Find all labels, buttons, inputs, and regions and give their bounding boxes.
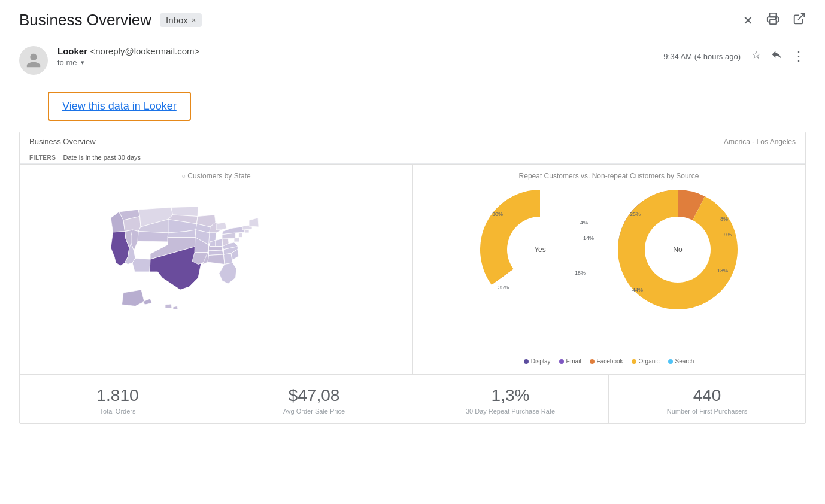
donut2-pct-email: 9% (724, 232, 732, 238)
donut-wrapper: Yes 30% 4% 14% 18% 35% (423, 185, 795, 352)
donut2: No 25% 8% 9% 13% 44% (618, 190, 738, 309)
legend-email-label: Email (566, 358, 581, 365)
donut1-pct-display: 4% (580, 220, 588, 226)
donut1-pct-email: 14% (583, 235, 594, 241)
donut-chart-title: Repeat Customers vs. Non-repeat Customer… (423, 172, 795, 180)
email-timestamp: 9:34 AM (4 hours ago) (663, 52, 741, 61)
stat-avg-order-label: Avg Order Sale Price (223, 408, 405, 415)
legend-email: Email (559, 358, 581, 365)
us-map-svg (66, 185, 366, 365)
svg-rect-0 (770, 13, 777, 17)
stats-grid: 1.810 Total Orders $47,08 Avg Order Sale… (20, 375, 805, 423)
legend-search-dot (668, 359, 673, 364)
stat-total-orders-value: 1.810 (27, 386, 208, 405)
stat-avg-order: $47,08 Avg Order Sale Price (216, 375, 412, 423)
stat-total-orders: 1.810 Total Orders (20, 375, 216, 423)
stat-repeat-rate-value: 1,3% (420, 386, 601, 405)
to-me-row[interactable]: to me ▾ (57, 58, 654, 67)
us-map-wrapper (30, 185, 402, 365)
more-options-icon[interactable]: ⋮ (792, 48, 806, 64)
stat-first-purchasers-label: Number of First Purchasers (616, 408, 798, 415)
sender-info: Looker <noreply@lookermail.com> to me ▾ (57, 46, 654, 67)
legend-organic: Organic (632, 358, 660, 365)
collapse-icon[interactable]: ✕ (743, 13, 753, 28)
email-subject-title: Business Overview (19, 11, 151, 29)
legend-display: Display (524, 358, 551, 365)
filters-label: FILTERS (29, 154, 56, 161)
legend-facebook: Facebook (590, 358, 623, 365)
legend-search: Search (668, 358, 694, 365)
legend-facebook-dot (590, 359, 595, 364)
dashboard-location: America - Los Angeles (724, 138, 796, 146)
donut2-pct-facebook: 13% (717, 268, 728, 274)
sender-name: Looker (57, 46, 87, 56)
stat-repeat-rate: 1,3% 30 Day Repeat Purchase Rate (412, 375, 609, 423)
filters-row: FILTERS Date is in the past 30 days (20, 151, 805, 164)
sender-name-line: Looker <noreply@lookermail.com> (57, 46, 654, 57)
donut2-center: No (673, 245, 682, 254)
sender-email: <noreply@lookermail.com> (90, 46, 199, 56)
view-looker-link[interactable]: View this data in Looker (48, 92, 191, 121)
reply-icon[interactable] (771, 48, 782, 64)
donut2-pct-search: 25% (630, 211, 641, 217)
donut1-center: Yes (534, 245, 546, 254)
inbox-badge[interactable]: Inbox × (160, 13, 202, 27)
svg-line-3 (798, 14, 804, 20)
donut1-pct-search: 30% (492, 211, 503, 217)
legend-search-label: Search (675, 358, 694, 365)
to-me-label: to me (57, 58, 77, 67)
donut2-pct-display: 8% (720, 216, 728, 222)
view-looker-section: View this data in Looker (0, 75, 825, 132)
dashboard-header: Business Overview America - Los Angeles (20, 132, 805, 151)
sender-section: Looker <noreply@lookermail.com> to me ▾ … (0, 35, 825, 75)
legend-organic-dot (632, 359, 636, 364)
donut1: Yes 30% 4% 14% 18% 35% (480, 190, 600, 309)
header-action-icons: ✕ (743, 12, 806, 28)
svg-point-2 (776, 17, 777, 19)
dashboard-title: Business Overview (29, 137, 96, 146)
chart-legend: Display Email Facebook Organic Search (423, 358, 795, 365)
stat-first-purchasers: 440 Number of First Purchasers (609, 375, 805, 423)
email-header: Business Overview Inbox × ✕ (0, 0, 825, 35)
stat-first-purchasers-value: 440 (616, 386, 798, 405)
star-icon[interactable]: ☆ (751, 48, 761, 64)
legend-organic-label: Organic (639, 358, 660, 365)
print-icon[interactable] (766, 12, 779, 28)
donut1-pct-organic: 35% (498, 284, 509, 290)
stat-avg-order-value: $47,08 (223, 386, 405, 405)
stat-total-orders-label: Total Orders (27, 408, 208, 415)
donut-chart-cell: Repeat Customers vs. Non-repeat Customer… (412, 164, 805, 375)
inbox-badge-close[interactable]: × (192, 16, 196, 25)
chevron-down-icon: ▾ (81, 59, 84, 66)
legend-facebook-label: Facebook (597, 358, 623, 365)
dashboard-embed: Business Overview America - Los Angeles … (19, 132, 806, 424)
filter-chip: Date is in the past 30 days (63, 154, 141, 161)
inbox-label: Inbox (166, 15, 188, 25)
email-action-icons: ☆ ⋮ (751, 48, 806, 64)
legend-display-dot (524, 359, 529, 364)
donut2-pct-organic: 44% (632, 287, 643, 293)
sender-avatar (19, 46, 48, 75)
legend-email-dot (559, 359, 564, 364)
svg-rect-1 (770, 20, 777, 24)
map-chart-title: ○ Customers by State (30, 172, 402, 180)
map-chart-cell: ○ Customers by State (20, 164, 412, 375)
donut1-pct-facebook: 18% (575, 270, 586, 276)
legend-display-label: Display (531, 358, 551, 365)
charts-grid: ○ Customers by State (20, 164, 805, 375)
open-external-icon[interactable] (793, 12, 806, 28)
stat-repeat-rate-label: 30 Day Repeat Purchase Rate (420, 408, 601, 415)
timestamp-row: 9:34 AM (4 hours ago) ☆ ⋮ (663, 48, 806, 64)
